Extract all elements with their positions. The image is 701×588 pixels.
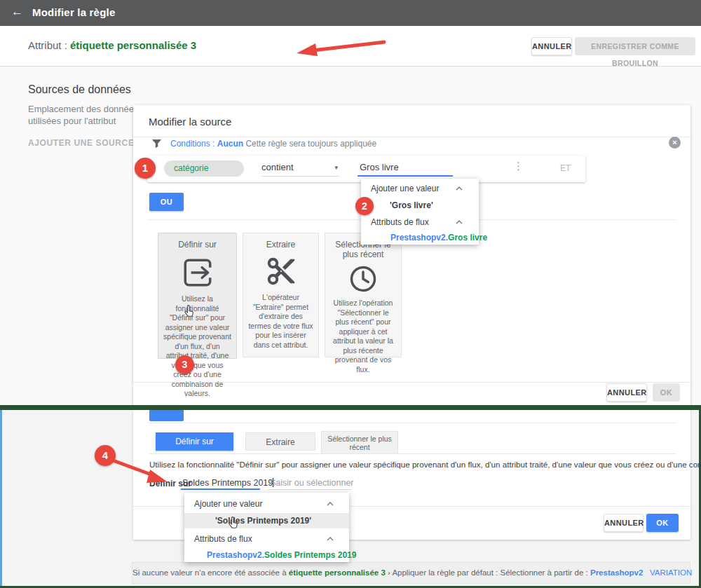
tab-latest[interactable]: Sélectionner le plus récent — [321, 431, 398, 454]
annotation-arrow-1 — [292, 37, 390, 58]
input-focus-underline — [181, 488, 260, 490]
select-input-placeholder[interactable]: Saisir ou sélectionner — [270, 478, 354, 488]
op-card-text: Utilisez l'opération "Sélectionner le pl… — [325, 299, 401, 374]
conditions-label: Conditions : — [170, 139, 215, 149]
modal-title: Modifier la source — [149, 116, 231, 128]
kebab-menu-icon[interactable]: ⋮ — [513, 160, 524, 172]
attribute-label: Attribut : — [28, 39, 67, 51]
conditions-text: Cette règle sera toujours appliquée — [243, 139, 376, 149]
caret-down-icon: ▾ — [334, 164, 338, 171]
op-card-set-to[interactable]: Définir sur Utilisez la fonctionnalité "… — [158, 233, 237, 359]
feed-value: Gros livre — [448, 233, 487, 242]
annotation-badge-3: 3 — [175, 355, 194, 374]
attribute-value: étiquette personnalisée 3 — [70, 39, 196, 51]
or-button[interactable]: OU — [149, 193, 184, 211]
chevron-up-icon[interactable] — [456, 220, 463, 224]
sources-subtitle: Emplacement des données utilisées pour l… — [28, 103, 146, 127]
save-draft-button[interactable]: ENREGISTRER COMME BROUILLON — [575, 37, 695, 55]
divider — [147, 423, 676, 423]
operator-select[interactable]: contient ▾ — [261, 162, 339, 177]
chevron-up-icon[interactable] — [327, 502, 334, 506]
filter-icon — [151, 138, 162, 149]
op-card-text: L'opérateur "Extraire" permet d'extraire… — [243, 293, 318, 350]
annotation-arrow-4 — [107, 457, 177, 486]
set-to-description: Utilisez la fonctionnalité "Définir sur"… — [149, 460, 701, 469]
input-underline — [268, 489, 351, 490]
op-card-title: Définir sur — [158, 240, 236, 249]
chevron-up-icon[interactable] — [456, 186, 463, 191]
infobar-attribute: étiquette personnalisée 3 — [289, 568, 386, 577]
op-card-title: Extraire — [243, 240, 318, 249]
app-header: ← Modifier la règle — [0, 0, 701, 26]
description-text: Utilisez la fonctionnalité "Définir sur"… — [149, 460, 701, 469]
close-icon[interactable]: × — [669, 137, 681, 149]
page-title: Modifier la règle — [32, 6, 115, 18]
sources-heading: Sources de données — [28, 83, 131, 96]
infobar-text: Si aucune valeur n'a encore été associée… — [132, 568, 289, 577]
operator-value: contient — [261, 162, 294, 172]
screenshot-separator — [0, 405, 701, 410]
dropdown-group-add-value[interactable]: Ajouter une valeur — [194, 499, 262, 509]
condition-value-input[interactable]: Gros livre — [360, 162, 399, 172]
feed-value: Soldes Printemps 2019 — [264, 550, 356, 560]
attribute-toolbar: Attribut : étiquette personnalisée 3 ANN… — [0, 26, 701, 67]
scissors-icon — [265, 255, 297, 287]
dropdown-item-value[interactable]: 'Gros livre' — [390, 200, 433, 210]
attribute-line: Attribut : étiquette personnalisée 3 — [28, 39, 196, 51]
dropdown-item-feed-attr[interactable]: Prestashopv2.Gros livre — [390, 233, 487, 242]
tab-set-to[interactable]: Définir sur — [156, 432, 233, 451]
op-card-extract[interactable]: Extraire L'opérateur "Extraire" permet d… — [243, 233, 319, 357]
conditions-value: Aucun — [217, 139, 243, 149]
modal-cancel-button[interactable]: ANNULER — [606, 383, 647, 402]
tab-row-line — [149, 453, 676, 454]
tab-extract[interactable]: Extraire — [245, 432, 315, 451]
op-card-latest[interactable]: Sélectionner le plus récent Utilisez l'o… — [325, 233, 402, 357]
conditions-line[interactable]: Conditions : Aucun Cette règle sera touj… — [170, 139, 376, 149]
modal2-cancel-button[interactable]: ANNULER — [604, 514, 644, 532]
feed-prefix: Prestashopv2. — [390, 233, 448, 242]
set-to-input-value: Soldes Printemps 2019 — [182, 478, 273, 488]
hand-cursor-icon — [228, 516, 240, 531]
variation-link[interactable]: VARIATION — [650, 568, 692, 577]
chevron-up-icon[interactable] — [327, 537, 334, 541]
clock-icon — [348, 264, 379, 294]
modal2-ok-button[interactable]: OK — [646, 514, 679, 532]
and-button[interactable]: ET — [560, 163, 571, 173]
annotation-badge-2: 2 — [355, 197, 374, 215]
add-source-button[interactable]: AJOUTER UNE SOURCE — [28, 138, 134, 148]
divider — [133, 382, 690, 383]
dropdown-group-feed-attrs[interactable]: Attributs de flux — [194, 534, 252, 544]
section-border-left — [0, 410, 2, 588]
dropdown-item-feed-attr[interactable]: Prestashopv2.Soldes Printemps 2019 — [207, 550, 356, 560]
exit-to-app-icon — [180, 255, 215, 290]
value-dropdown: Ajouter une valeur 'Gros livre' Attribut… — [361, 179, 479, 245]
default-rule-infobar: Si aucune valeur n'a encore été associée… — [132, 562, 690, 584]
divider — [133, 137, 690, 137]
or-button-cut[interactable] — [149, 410, 184, 421]
hand-cursor-icon — [184, 304, 196, 319]
modify-rule-page: ← Modifier la règle Attribut : étiquette… — [0, 0, 701, 588]
feed-prefix: Prestashopv2. — [207, 550, 264, 560]
dropdown-group-add-value[interactable]: Ajouter une valeur — [371, 184, 439, 193]
annotation-badge-1: 1 — [135, 158, 156, 179]
back-arrow-icon[interactable]: ← — [11, 5, 23, 19]
cancel-button[interactable]: ANNULER — [531, 37, 572, 55]
op-card-text: Utilisez la fonctionnalité "Définir sur"… — [158, 294, 236, 399]
set-value-dropdown: Ajouter une valeur 'Soldes Printemps 201… — [184, 493, 349, 562]
set-to-input[interactable]: Soldes Printemps 2019 — [182, 478, 273, 488]
modal-ok-button[interactable]: OK — [653, 383, 680, 402]
infobar-text: › Appliquer la règle par défaut : Sélect… — [386, 568, 590, 577]
input-focus-underline — [358, 175, 453, 177]
dropdown-group-feed-attrs[interactable]: Attributs de flux — [371, 217, 429, 227]
attribute-chip[interactable]: catégorie — [164, 160, 244, 177]
edit-source-modal: Modifier la source Conditions : Aucun Ce… — [133, 105, 690, 406]
infobar-feed-link[interactable]: Prestashopv2 — [590, 568, 643, 577]
